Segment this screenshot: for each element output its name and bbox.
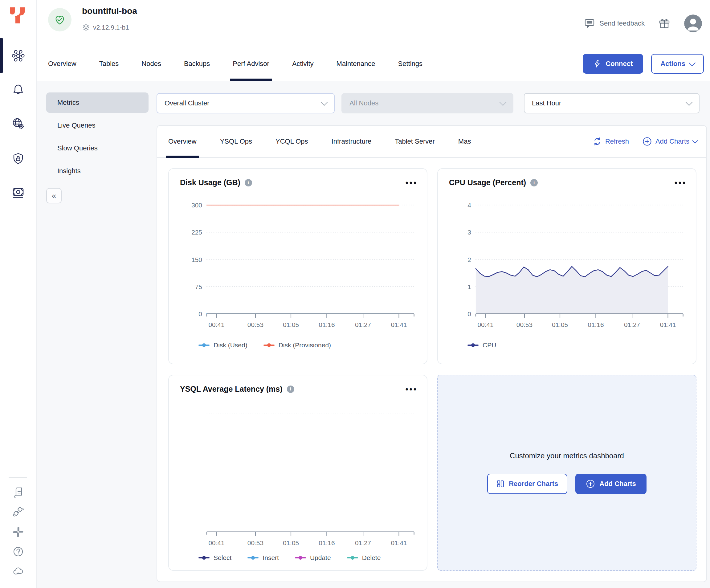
legend-marker	[247, 556, 259, 560]
cluster-scope-select[interactable]: Overall Cluster	[157, 93, 335, 113]
metrics-tab-infrastructure[interactable]: Infrastructure	[332, 126, 372, 157]
legend-item-disk-provisioned-[interactable]: Disk (Provisioned)	[263, 342, 331, 349]
tab-perf-advisor[interactable]: Perf Advisor	[232, 47, 270, 81]
actions-button[interactable]: Actions	[651, 54, 704, 74]
chevron-double-left-icon: «	[52, 191, 56, 201]
svg-text:01:05: 01:05	[552, 321, 568, 328]
info-icon[interactable]: i	[530, 179, 538, 186]
chart-legend: CPU	[468, 342, 496, 349]
svg-text:0: 0	[198, 310, 202, 317]
reorder-grid-icon	[496, 480, 504, 488]
chevron-down-icon	[321, 99, 328, 106]
sidebar-item-slow-queries[interactable]: Slow Queries	[46, 138, 148, 158]
send-feedback-button[interactable]: Send feedback	[584, 18, 645, 29]
legend-label: Disk (Used)	[214, 342, 247, 349]
metrics-tab-overview[interactable]: Overview	[168, 126, 197, 157]
sidebar-item-insights[interactable]: Insights	[46, 161, 148, 181]
customize-title: Customize your metrics dashboard	[510, 451, 624, 460]
svg-text:00:41: 00:41	[208, 539, 224, 546]
tab-maintenance[interactable]: Maintenance	[336, 47, 376, 81]
legend-item-select[interactable]: Select	[198, 554, 232, 562]
tab-tables[interactable]: Tables	[99, 47, 120, 81]
legend-item-update[interactable]: Update	[295, 554, 331, 562]
nodes-select[interactable]: All Nodes	[341, 93, 513, 113]
legend-marker	[263, 343, 275, 347]
tab-overview[interactable]: Overview	[47, 47, 77, 81]
add-charts-cta-button[interactable]: Add Charts	[575, 474, 646, 494]
refresh-icon	[593, 137, 601, 146]
metrics-tabbar: OverviewYSQL OpsYCQL OpsInfrastructureTa…	[157, 126, 706, 158]
chevron-down-icon	[499, 99, 506, 106]
tab-activity[interactable]: Activity	[291, 47, 314, 81]
help-question-icon[interactable]	[12, 545, 24, 558]
svg-text:3: 3	[468, 229, 471, 236]
version-label: v2.12.9.1-b1	[93, 24, 129, 31]
legend-marker	[468, 343, 478, 347]
info-icon[interactable]: i	[287, 385, 294, 393]
add-charts-label: Add Charts	[656, 137, 689, 145]
metrics-work-area: Overall Cluster All Nodes Last Hour Over…	[157, 81, 707, 588]
legend-label: Update	[310, 554, 331, 562]
collapse-sidebar-button[interactable]: «	[46, 188, 62, 204]
plus-circle-icon	[642, 137, 652, 146]
integrations-plug-icon[interactable]	[12, 506, 24, 518]
card-menu-button[interactable]: •••	[405, 388, 418, 391]
svg-text:00:53: 00:53	[517, 321, 532, 328]
card-menu-button[interactable]: •••	[674, 181, 687, 184]
legend-marker	[295, 556, 306, 560]
metrics-tab-mas[interactable]: Mas	[458, 126, 471, 157]
tab-backups[interactable]: Backups	[183, 47, 211, 81]
svg-text:75: 75	[195, 283, 202, 290]
connect-button[interactable]: Connect	[583, 54, 643, 74]
connect-label: Connect	[606, 60, 633, 68]
globe-gear-icon[interactable]	[11, 117, 25, 131]
cluster-tabbar: OverviewTablesNodesBackupsPerf AdvisorAc…	[37, 47, 710, 81]
metrics-tab-ysql-ops[interactable]: YSQL Ops	[220, 126, 252, 157]
svg-text:0: 0	[468, 310, 471, 317]
legend-item-cpu[interactable]: CPU	[468, 342, 496, 349]
refresh-button[interactable]: Refresh	[593, 137, 629, 146]
bell-icon[interactable]	[11, 83, 25, 97]
info-icon[interactable]: i	[245, 179, 252, 186]
time-range-select[interactable]: Last Hour	[524, 93, 700, 113]
charts-grid: Disk Usage (GB) i ••• 30022515075000:410…	[157, 158, 706, 581]
svg-text:01:16: 01:16	[588, 321, 604, 328]
perf-subnav: MetricsLive QueriesSlow QueriesInsights …	[37, 81, 157, 588]
svg-text:225: 225	[191, 229, 202, 236]
slack-icon[interactable]	[12, 526, 24, 538]
tab-settings[interactable]: Settings	[398, 47, 423, 81]
topbar: bountiful-boa v2.12.9.1-b1 Send feedback	[37, 0, 710, 47]
page-title: bountiful-boa	[82, 6, 137, 16]
cluster-network-icon[interactable]	[11, 49, 25, 63]
legend-item-delete[interactable]: Delete	[347, 554, 381, 562]
cluster-scope-value: Overall Cluster	[165, 99, 209, 107]
legend-item-insert[interactable]: Insert	[247, 554, 279, 562]
user-avatar[interactable]	[684, 15, 702, 32]
shield-lock-icon[interactable]	[11, 151, 25, 166]
metrics-tab-ycql-ops[interactable]: YCQL Ops	[276, 126, 308, 157]
gift-icon[interactable]	[658, 17, 670, 29]
legend-item-disk-used-[interactable]: Disk (Used)	[198, 342, 247, 349]
reorder-charts-label: Reorder Charts	[509, 480, 558, 488]
svg-text:00:41: 00:41	[208, 321, 224, 328]
legend-marker	[347, 556, 358, 560]
yugabyte-logo-icon[interactable]	[7, 5, 27, 25]
reorder-charts-button[interactable]: Reorder Charts	[487, 474, 567, 494]
sidebar-item-live-queries[interactable]: Live Queries	[46, 115, 148, 136]
billing-cash-icon[interactable]	[11, 186, 25, 200]
add-charts-button[interactable]: Add Charts	[642, 137, 697, 146]
card-menu-button[interactable]: •••	[405, 181, 418, 184]
metrics-tab-tablet-server[interactable]: Tablet Server	[395, 126, 435, 157]
svg-text:01:27: 01:27	[355, 321, 371, 328]
svg-text:01:41: 01:41	[391, 321, 407, 328]
sidebar-item-metrics[interactable]: Metrics	[46, 92, 148, 113]
docs-book-icon[interactable]	[12, 486, 24, 499]
actions-label: Actions	[660, 60, 685, 68]
cloud-icon[interactable]	[12, 565, 24, 578]
svg-text:150: 150	[191, 256, 202, 263]
tab-nodes[interactable]: Nodes	[141, 47, 162, 81]
disk-usage-chart: 30022515075000:4100:5301:0501:1601:2701:…	[169, 169, 427, 363]
chevron-down-icon	[689, 60, 696, 67]
svg-text:4: 4	[468, 202, 471, 209]
chart-card-ysql-latency: YSQL Average Latency (ms) i ••• 00:4100:…	[168, 375, 427, 571]
